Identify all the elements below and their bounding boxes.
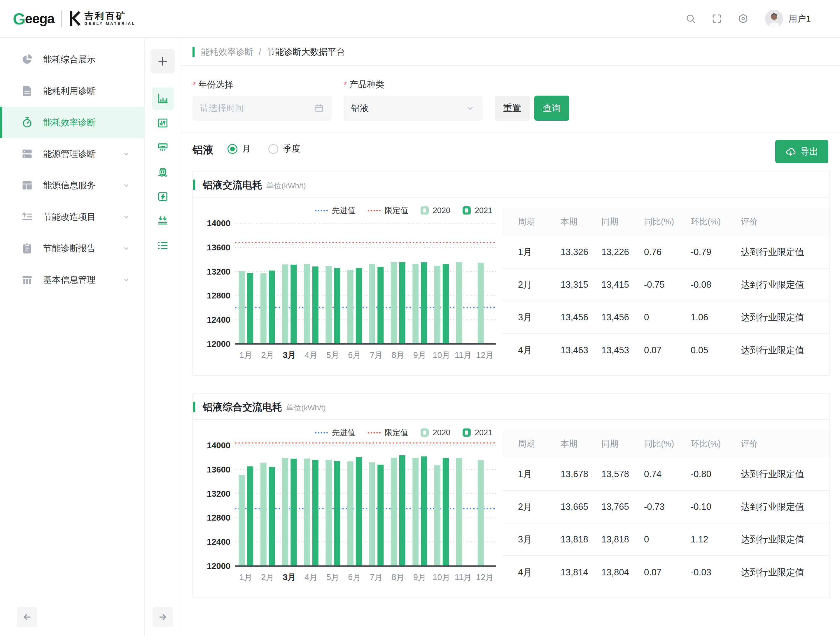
- chart-area: 先进值限定值20202021 1200012400128001320013600…: [193, 198, 501, 367]
- list-icon: [156, 239, 169, 252]
- table-header-cell: 本期: [561, 216, 602, 228]
- year-picker-input[interactable]: 请选择时间: [193, 96, 332, 121]
- rail-button-downarrows[interactable]: [152, 210, 174, 232]
- table-header-cell: 周期: [518, 438, 561, 450]
- table-cell: -0.10: [691, 502, 741, 512]
- svg-text:1月: 1月: [240, 350, 253, 360]
- user-avatar[interactable]: [765, 9, 783, 28]
- table-row: 3月13,45613,45601.06达到行业限定值: [502, 301, 829, 334]
- breadcrumb: 能耗效率诊断 / 节能诊断大数据平台: [181, 38, 840, 66]
- radio-quarter[interactable]: 季度: [268, 143, 300, 155]
- table-row: 2月13,31513,415-0.75-0.08达到行业限定值: [502, 269, 829, 301]
- sidebar-item-1[interactable]: 能耗综合展示: [0, 44, 144, 75]
- product-section-bar: 铝液 月 季度 导出: [181, 133, 840, 171]
- rail-button-ac[interactable]: [152, 136, 174, 159]
- svg-text:11月: 11月: [455, 350, 472, 360]
- bar-chart: 1200012400128001320013600140001月2月3月4月5月…: [198, 439, 501, 585]
- search-icon[interactable]: [685, 13, 696, 24]
- table-cell: 达到行业限定值: [741, 468, 829, 480]
- rail-button-sliders[interactable]: [152, 112, 174, 134]
- table-cell: 1月: [518, 246, 561, 258]
- table-cell: 达到行业限定值: [741, 311, 829, 324]
- table-cell: -0.08: [691, 280, 741, 290]
- legend-item[interactable]: 2021: [463, 206, 492, 215]
- sidebar-item-7[interactable]: 节能诊断报告: [0, 233, 144, 264]
- geely-material-logo: 吉利百矿 GEELY MATERIAL: [84, 11, 135, 26]
- table-cell: 1.06: [691, 312, 741, 323]
- table-cell: 达到行业限定值: [741, 501, 829, 513]
- downarrows-icon: [156, 215, 169, 227]
- fullscreen-icon[interactable]: [711, 13, 722, 24]
- tool-rail: [145, 38, 180, 636]
- data-table: 周期本期同期同比(%)环比(%)评价1月13,67813,5780.74-0.8…: [502, 430, 829, 589]
- sidebar-item-3[interactable]: 能耗效率诊断: [0, 107, 144, 138]
- legend-item[interactable]: 限定值: [368, 205, 408, 216]
- table-cell: 13,226: [602, 247, 644, 257]
- main-sidebar: 能耗综合展示能耗利用诊断能耗效率诊断能源管理诊断能源信息服务节能改造项目节能诊断…: [0, 38, 145, 636]
- sidebar-item-label: 能耗综合展示: [43, 54, 144, 66]
- svg-text:12400: 12400: [207, 537, 231, 546]
- chart-area: 先进值限定值20202021 1200012400128001320013600…: [193, 420, 501, 589]
- breadcrumb-parent[interactable]: 能耗效率诊断: [201, 46, 253, 58]
- legend-item[interactable]: 2021: [463, 428, 492, 437]
- table-cell: -0.75: [644, 280, 691, 290]
- chartbars-icon: [156, 92, 169, 105]
- sidebar-item-5[interactable]: 能源信息服务: [0, 170, 144, 201]
- legend-line-swatch: [368, 210, 381, 211]
- user-name[interactable]: 用户1: [788, 13, 811, 25]
- svg-text:13600: 13600: [207, 243, 231, 252]
- svg-text:10月: 10月: [433, 350, 450, 360]
- table-row: 1月13,32613,2260.76-0.79达到行业限定值: [502, 236, 829, 269]
- table-cell: 13,818: [561, 534, 602, 545]
- basic-icon: [21, 274, 33, 286]
- card-accent-bar: [193, 401, 195, 412]
- sidebar-item-8[interactable]: 基本信息管理: [0, 264, 144, 296]
- chevron-down-icon: [122, 181, 130, 189]
- product-type-select[interactable]: 铝液: [344, 96, 483, 121]
- sidebar-item-label: 能耗利用诊断: [43, 85, 144, 97]
- reset-button[interactable]: 重置: [495, 96, 530, 121]
- sidebar-item-2[interactable]: 能耗利用诊断: [0, 75, 144, 107]
- svg-text:12月: 12月: [476, 350, 494, 360]
- rail-button-basket[interactable]: [152, 161, 174, 183]
- add-button[interactable]: [150, 49, 175, 74]
- product-title: 铝液: [193, 143, 213, 157]
- legend-item[interactable]: 2020: [421, 206, 450, 215]
- table-cell: 13,463: [561, 345, 602, 356]
- card-unit: 单位(kWh/t): [266, 181, 306, 191]
- legend-item[interactable]: 先进值: [315, 427, 355, 438]
- chevron-down-icon: [122, 213, 130, 221]
- table-cell: 3月: [518, 534, 561, 546]
- sidebar-collapse-button[interactable]: [17, 607, 37, 627]
- legend-line-swatch: [368, 432, 381, 433]
- legend-item[interactable]: 限定值: [368, 427, 408, 438]
- geega-logo: G: [13, 9, 25, 28]
- radio-month[interactable]: 月: [227, 143, 251, 155]
- geega-logo-text: eega: [25, 11, 55, 27]
- doc-icon: [21, 85, 33, 97]
- sidebar-item-4[interactable]: 能源管理诊断: [0, 138, 144, 170]
- table-cell: 4月: [518, 566, 561, 579]
- rail-button-list[interactable]: [152, 235, 174, 257]
- settings-icon[interactable]: [737, 13, 749, 24]
- card-title: 铝液综合交流电耗: [203, 400, 282, 414]
- svg-text:4月: 4月: [305, 573, 317, 582]
- legend-square-swatch: [421, 206, 429, 214]
- svg-text:3月: 3月: [283, 573, 296, 582]
- app-header: G eega 吉利百矿 GEELY MATERIAL 用户1: [0, 0, 840, 38]
- legend-item[interactable]: 先进值: [315, 205, 355, 216]
- table-row: 1月13,67813,5780.74-0.80达到行业限定值: [502, 458, 829, 491]
- svg-text:12000: 12000: [207, 339, 231, 349]
- sidebar-item-6[interactable]: 节能改造项目: [0, 201, 144, 233]
- card-al-comprehensive-ac-power: 铝液综合交流电耗 单位(kWh/t) 先进值限定值20202021 120001…: [193, 393, 830, 598]
- export-button[interactable]: 导出: [775, 140, 828, 163]
- rail-button-chartbars[interactable]: [152, 87, 174, 110]
- legend-item[interactable]: 2020: [421, 428, 450, 437]
- query-button[interactable]: 查询: [534, 96, 569, 121]
- svg-text:3月: 3月: [283, 350, 296, 360]
- rail-expand-button[interactable]: [153, 607, 173, 627]
- cloud-download-icon: [785, 146, 796, 157]
- table-cell: 达到行业限定值: [741, 534, 829, 546]
- rail-button-powerwin[interactable]: [152, 186, 174, 208]
- svg-text:13600: 13600: [207, 465, 231, 474]
